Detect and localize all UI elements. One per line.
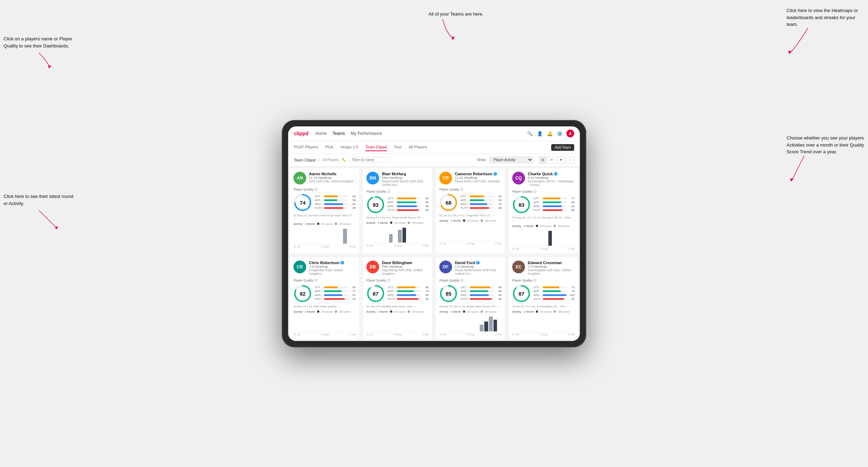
subnav-teamclippd[interactable]: Team Clippd (365, 143, 387, 151)
stat-value: 74 (422, 290, 429, 293)
player-card[interactable]: CR Chris Robertson ✓ 1-5 Handicap Craigm… (290, 257, 360, 340)
stat-row: OTT 82 (388, 286, 429, 289)
ipad-frame: clippd Home Teams My Performance 🔍 👤 🔔 ⚙… (282, 120, 586, 347)
round-info[interactable]: 07 Aug 23 | 77 (+7), St George's Hill GC… (512, 216, 575, 222)
round-info[interactable]: 26 Aug 23 | 84 (+12), Royal North Devon … (439, 305, 502, 308)
player-card[interactable]: AN Aaron Nicholls 11-15 Handicap Drift G… (290, 168, 360, 254)
filter-button[interactable]: ▼ (557, 156, 565, 164)
stat-row: APP 63 (461, 199, 502, 202)
subnav-hcaps[interactable]: Hcaps 1-5 (341, 143, 358, 151)
score-circle[interactable]: 68 (439, 193, 458, 212)
stat-label: APP (533, 201, 541, 204)
stat-bar-fill (470, 199, 484, 201)
player-card[interactable]: DF David Ford ✓ 1-5 Handicap Royal North… (435, 257, 506, 340)
score-circle[interactable]: 93 (366, 195, 385, 214)
player-handicap: 11-15 Handicap (455, 176, 502, 180)
player-card[interactable]: DB Dave Billingham Plus Handicap Sag Mai… (362, 257, 433, 340)
avatar: CR (293, 261, 306, 273)
offcourse-legend-dot (481, 311, 483, 313)
quality-label: Player Quality ⓘ (366, 189, 429, 194)
score-number: 87 (373, 290, 379, 296)
chart-date-mid: 21 Aug (321, 333, 329, 336)
player-header: CQ Charlie Quick ✓ 6-10 Handicap St Geor… (512, 172, 575, 187)
search-icon[interactable]: 🔍 (527, 130, 533, 137)
score-circle[interactable]: 85 (439, 284, 458, 303)
player-info: Dave Billingham Plus Handicap Sag Maing … (382, 261, 429, 275)
stat-value: 89 (495, 286, 502, 289)
svg-marker-1 (788, 51, 792, 54)
quality-label: Player Quality ⓘ (366, 278, 429, 283)
stat-label: APP (533, 290, 541, 293)
stat-bar-fill (543, 286, 559, 288)
player-handicap: 1-5 Handicap (309, 265, 356, 268)
player-count: 14 Players (322, 158, 339, 162)
player-name[interactable]: Blair McHarg (382, 172, 429, 176)
add-team-button[interactable]: Add Team (551, 144, 574, 151)
search-input[interactable] (349, 157, 391, 163)
stat-row: APP 80 (533, 201, 575, 204)
avatar[interactable]: A (566, 130, 574, 137)
edit-icon[interactable]: ✏️ (342, 158, 346, 162)
stat-label: ARG (388, 205, 395, 208)
player-card[interactable]: EC Edward Crossman 1-5 Handicap Sunningd… (508, 257, 578, 340)
player-club: Royal North Devon Golf Club, United Kni.… (455, 268, 502, 275)
settings-icon[interactable]: ⚙️ (556, 130, 563, 137)
grid-view-button[interactable]: ⊞ (539, 156, 547, 164)
player-card[interactable]: BM Blair McHarg Plus Handicap Royal Nort… (362, 168, 433, 254)
round-info[interactable]: 18 Jul 23 | 74 (+4), Sunningdale GC - Ol… (512, 305, 575, 308)
offcourse-legend-dot (554, 225, 556, 227)
round-text: 02 Jul 23 | 59 (+17), Craigmillar Park G… (439, 214, 494, 217)
verified-badge: ✓ (554, 172, 558, 176)
round-info[interactable]: 02 Jul 23 | 59 (+17), Craigmillar Park G… (439, 214, 502, 217)
score-circle[interactable]: 87 (512, 284, 531, 303)
subnav-tour[interactable]: Tour (394, 143, 401, 151)
player-card[interactable]: CR Cameron Robertson ✓ 11-15 Handicap Ro… (435, 168, 506, 254)
oncourse-legend-label: On course (540, 311, 552, 313)
player-card[interactable]: CQ Charlie Quick ✓ 6-10 Handicap St Geor… (508, 168, 578, 254)
list-view-button[interactable]: ≡ (548, 156, 556, 164)
subnav-pgat[interactable]: PGAT Players (294, 143, 318, 151)
stat-bar-bg (324, 195, 348, 197)
stat-row: APP 77 (315, 290, 356, 293)
round-info[interactable]: 04 Sep 23 | Mobility with coach, Gym → (366, 305, 429, 308)
stat-bar-bg (397, 286, 421, 288)
score-circle[interactable]: 82 (293, 284, 312, 303)
oncourse-legend-label: On course (394, 311, 406, 313)
round-info[interactable]: 26 Aug 23 | 73 (+1), Royal North Devon G… (366, 216, 429, 219)
score-circle[interactable]: 74 (293, 193, 312, 212)
stat-bar-fill (470, 203, 487, 205)
player-name[interactable]: Aaron Nicholls (309, 172, 356, 176)
sort-button[interactable]: ↕ (566, 156, 574, 164)
round-info[interactable]: 03 Mar 23 | 19; Must make putting → (293, 305, 356, 308)
activity-title: Activity · 1 Month (512, 310, 534, 313)
player-name[interactable]: Chris Robertson ✓ (309, 261, 356, 265)
nav-link-home[interactable]: Home (315, 130, 327, 137)
score-circle[interactable]: 83 (512, 195, 531, 214)
nav-bar: clippd Home Teams My Performance 🔍 👤 🔔 ⚙… (288, 126, 580, 141)
bell-icon[interactable]: 🔔 (547, 130, 553, 137)
round-info[interactable]: 02 Sep 23 | Sunrise round to get back in… (293, 214, 356, 220)
player-name[interactable]: David Ford ✓ (455, 261, 502, 265)
player-name[interactable]: Edward Crossman (528, 261, 575, 265)
user-icon[interactable]: 👤 (537, 130, 543, 137)
stat-label: PUTT (533, 209, 541, 212)
nav-link-teams[interactable]: Teams (332, 130, 345, 137)
show-select[interactable]: Player Activity Quality Score Trend (490, 156, 533, 163)
chart-date-end: 4 Sep (495, 242, 502, 245)
player-name[interactable]: Charlie Quick ✓ (528, 172, 575, 176)
subnav-allplayers[interactable]: All Players (409, 143, 427, 151)
stats-grid: OTT 73 APP 79 ARG 103 PUTT (533, 286, 575, 301)
stat-bar-bg (324, 290, 348, 292)
nav-link-myperformance[interactable]: My Performance (351, 130, 382, 137)
chart-date-mid: 21 Aug (467, 333, 474, 336)
score-circle[interactable]: 87 (366, 284, 385, 303)
stat-bar-fill (324, 290, 342, 292)
stats-grid: OTT 82 APP 74 ARG 85 PUTT 9 (388, 286, 429, 301)
quality-label: Player Quality ⓘ (293, 278, 356, 283)
player-name[interactable]: Cameron Robertson ✓ (455, 172, 502, 176)
player-name[interactable]: Dave Billingham (382, 261, 429, 265)
stat-label: PUTT (315, 206, 322, 210)
subnav-pga[interactable]: PGA (325, 143, 333, 151)
stat-value: 85 (422, 201, 429, 204)
activity-section: Activity · 1 Month On course Off course … (366, 310, 429, 336)
